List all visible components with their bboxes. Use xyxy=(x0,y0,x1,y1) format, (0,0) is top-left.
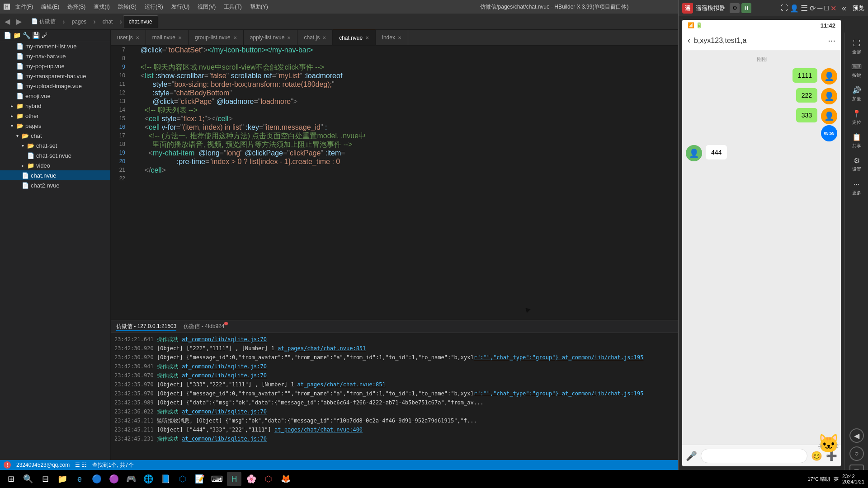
phone-icon-hbuilder[interactable]: H xyxy=(741,3,751,13)
side-share-btn[interactable]: 📋 共享 xyxy=(847,130,867,152)
nav-btn-back[interactable]: ◀ xyxy=(2,17,13,26)
app3-button[interactable]: 🎮 xyxy=(124,472,138,486)
menu-publish[interactable]: 发行(U) xyxy=(169,3,193,11)
fullscreen-label: 全屏 xyxy=(852,49,861,55)
phone-rotate-icon[interactable]: ⟳ xyxy=(810,4,816,13)
tree-my-upload[interactable]: 📄 my-upload-image.vue xyxy=(0,81,110,91)
tree-label: my-upload-image.vue xyxy=(25,83,82,89)
phone-icon-1[interactable]: ⚙ xyxy=(730,3,740,13)
tree-label: emoji.vue xyxy=(25,93,51,99)
phone-toolbar-label: 预览 xyxy=(853,4,864,12)
phone-home-btn[interactable]: ○ xyxy=(849,446,864,461)
editor-tab-user-js[interactable]: user.js ✕ xyxy=(111,30,146,46)
phone-maximize-icon[interactable]: □ xyxy=(824,4,829,12)
tree-new-file[interactable]: 📄 xyxy=(4,32,11,39)
tree-chat2-nvue[interactable]: 📄 chat2.nvue xyxy=(0,180,110,190)
nav-btn-forward[interactable]: ▶ xyxy=(14,17,24,26)
edge-button[interactable]: e xyxy=(72,472,87,486)
side-volume-btn[interactable]: 🔊 加量 xyxy=(847,83,867,105)
tree-action-4[interactable]: 💾 xyxy=(32,32,40,39)
more-label: 更多 xyxy=(852,190,861,196)
hbuilder-button[interactable]: H xyxy=(227,472,241,486)
breadcrumb-chat[interactable]: chat xyxy=(97,15,119,28)
tree-chat-set-nvue[interactable]: 📄 chat-set.nvue xyxy=(0,150,110,160)
phone-more-button[interactable]: ··· xyxy=(828,35,835,46)
console-tab-2[interactable]: 仿微信 - 4fdb924 xyxy=(184,323,224,330)
terminal-button[interactable]: ⌨ xyxy=(210,472,224,486)
tree-action-3[interactable]: 🔧 xyxy=(23,32,30,39)
task-view-button[interactable]: ⊟ xyxy=(38,472,52,486)
breadcrumb-file[interactable]: chat.nvue xyxy=(123,15,158,28)
console-tab-1[interactable]: 仿微信 - 127.0.0.1:21503 xyxy=(116,323,176,331)
menu-help[interactable]: 帮助(Y) xyxy=(247,3,271,11)
phone-back-btn[interactable]: ◀ xyxy=(849,428,864,443)
phone-close-icon[interactable]: ✕ xyxy=(830,4,836,13)
search-button[interactable]: 🔍 xyxy=(21,472,35,486)
file-explorer-button[interactable]: 📁 xyxy=(55,472,70,486)
side-settings-btn[interactable]: ⚙ 设置 xyxy=(847,154,867,175)
editor-tab-apply-list[interactable]: apply-list.nvue ✕ xyxy=(244,30,298,46)
status-search-result: 查找到1个, 共7个 xyxy=(92,461,134,469)
phone-back-button[interactable]: ‹ xyxy=(688,36,690,45)
tree-label: my-moment-list.vue xyxy=(25,43,76,50)
tree-hybrid[interactable]: 📁 hybrid xyxy=(0,101,110,111)
phone-expand-icon[interactable]: ⛶ xyxy=(781,4,788,12)
app7-button[interactable]: ⬡ xyxy=(261,472,276,486)
menu-run[interactable]: 运行(R) xyxy=(142,3,166,11)
app8-button[interactable]: 🦊 xyxy=(278,472,293,486)
side-location-btn[interactable]: 📍 定位 xyxy=(847,107,867,128)
phone-square-btn[interactable]: □ xyxy=(849,465,864,470)
emoji-icon[interactable]: 😊 xyxy=(811,450,822,461)
app6-button[interactable]: 🌸 xyxy=(244,472,259,486)
editor-tab-mail[interactable]: mail.nvue ✕ xyxy=(146,30,189,46)
add-icon[interactable]: ➕ xyxy=(826,450,837,461)
side-keyboard-btn[interactable]: ⌨ 按键 xyxy=(847,60,867,81)
chat-input[interactable] xyxy=(701,449,807,463)
menu-select[interactable]: 选择(S) xyxy=(65,3,88,11)
phone-collapse-icon[interactable]: « xyxy=(842,4,846,13)
app1-button[interactable]: 🔵 xyxy=(90,472,104,486)
editor-tab-index[interactable]: index ✕ xyxy=(376,30,408,46)
tree-other[interactable]: 📁 other xyxy=(0,111,110,121)
breadcrumb-pages[interactable]: pages xyxy=(66,15,93,28)
tree-chat-set[interactable]: 📂 chat-set xyxy=(0,141,110,150)
breadcrumb-home[interactable]: 📄 仿微信 xyxy=(25,15,61,28)
chrome-button[interactable]: 🌐 xyxy=(141,472,156,486)
taskbar-weather: 17°C 晴朗 xyxy=(807,476,830,483)
menu-edit[interactable]: 编辑(E) xyxy=(38,3,62,11)
side-more-btn[interactable]: ··· 更多 xyxy=(847,177,867,199)
app4-button[interactable]: 📘 xyxy=(158,472,173,486)
tree-video[interactable]: 📁 video xyxy=(0,160,110,170)
editor-tab-chat-js[interactable]: chat.js ✕ xyxy=(297,30,333,46)
menu-search[interactable]: 查找(I) xyxy=(91,3,112,11)
tree-emoji[interactable]: 📄 emoji.vue xyxy=(0,91,110,101)
editor-tab-chat-nvue[interactable]: chat.nvue ✕ xyxy=(333,30,376,46)
tree-chat-nvue[interactable]: 📄 chat.nvue xyxy=(0,170,110,180)
editor-tab-group-list[interactable]: group-list.nvue ✕ xyxy=(189,30,244,46)
start-button[interactable]: ⊞ xyxy=(4,472,18,486)
location-label: 定位 xyxy=(852,119,861,126)
menu-file[interactable]: 文件(F) xyxy=(13,3,36,11)
tree-my-nav-bar[interactable]: 📄 my-nav-bar.vue xyxy=(0,51,110,61)
menu-jump[interactable]: 跳转(G) xyxy=(115,3,139,11)
tree-my-pop-up[interactable]: 📄 my-pop-up.vue xyxy=(0,61,110,71)
file-icon: 📄 xyxy=(16,63,24,70)
tree-action-5[interactable]: 🖊 xyxy=(42,32,48,39)
app5-button[interactable]: 📝 xyxy=(193,472,207,486)
avatar-222: 👤 xyxy=(821,88,837,104)
phone-person-icon[interactable]: 👤 xyxy=(790,4,799,13)
location-icon: 📍 xyxy=(852,109,861,118)
menu-view[interactable]: 视图(V) xyxy=(195,3,218,11)
tree-new-folder[interactable]: 📁 xyxy=(13,32,21,39)
tree-pages[interactable]: 📂 pages xyxy=(0,121,110,131)
side-fullscreen-btn[interactable]: ⛶ 全屏 xyxy=(847,36,867,58)
tree-my-moment[interactable]: 📄 my-moment-list.vue xyxy=(0,41,110,51)
voice-icon[interactable]: 🎤 xyxy=(686,450,697,461)
tree-my-transparent[interactable]: 📄 my-transparent-bar.vue xyxy=(0,71,110,81)
vscode-button[interactable]: ⬡ xyxy=(175,472,190,486)
tree-chat[interactable]: 📂 chat xyxy=(0,131,110,141)
phone-minimize-icon[interactable]: ─ xyxy=(817,4,822,12)
phone-menu-icon[interactable]: ☰ xyxy=(801,3,808,13)
menu-tools[interactable]: 工具(T) xyxy=(221,3,244,11)
app2-button[interactable]: 🟣 xyxy=(107,472,121,486)
